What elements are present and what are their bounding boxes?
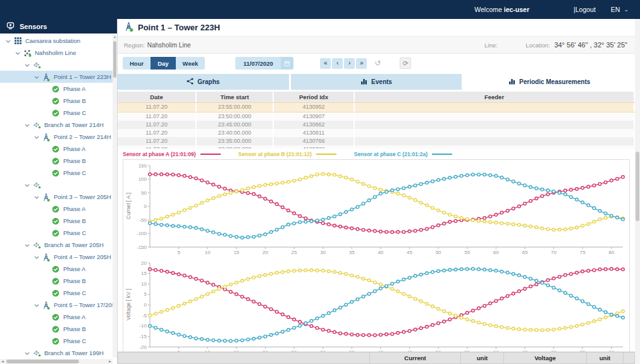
refresh-icon[interactable]: ⟳ <box>400 58 411 69</box>
scrollbar-thumb[interactable] <box>636 152 639 221</box>
chevron-down-icon[interactable] <box>23 241 32 248</box>
logout-button[interactable]: |Logout <box>574 6 596 13</box>
first-page-icon[interactable]: « <box>320 58 331 69</box>
tree-item[interactable]: Point 1 – Tower 223H <box>0 71 113 83</box>
tab-events[interactable]: Events <box>291 74 462 90</box>
chevron-down-icon[interactable] <box>32 253 41 260</box>
table-row[interactable]: 11.07.2023:45:00.0004130862 <box>118 121 635 129</box>
tree-item[interactable]: Phase A <box>0 203 113 215</box>
language-selector[interactable]: EN ⌄ <box>611 6 629 13</box>
sidebar-horizontal-scrollbar[interactable]: ◄► <box>0 359 113 364</box>
chevron-down-icon[interactable] <box>32 301 41 308</box>
scroll-left-icon[interactable]: ◄ <box>1 360 4 363</box>
tree-item[interactable]: Phase C <box>0 107 113 119</box>
table-row[interactable]: 11.07.2023:55:00.0004130952 <box>118 102 635 112</box>
chevron-down-icon[interactable] <box>4 37 13 44</box>
bar-chart-icon <box>360 78 367 86</box>
table-row[interactable]: 11.07.2023:50:00.0004130907 <box>118 112 635 121</box>
prev-page-icon[interactable]: ‹ <box>332 58 343 69</box>
scrollbar-thumb[interactable] <box>113 41 116 78</box>
svg-text:75: 75 <box>580 250 586 255</box>
table-row[interactable]: 11.07.2023:35:00.0004130766 <box>118 137 635 145</box>
table-cell: 23:30:00.000 <box>197 145 274 149</box>
tree-item-label: Phase A <box>63 265 85 272</box>
chevron-down-icon[interactable] <box>23 181 32 188</box>
tree-item[interactable]: Point 4 – Tower 205H (towards 1/205) <box>0 251 113 263</box>
substation-grid-icon <box>13 37 23 44</box>
location-value: 34° 56' 46" , 32° 35' 25" <box>554 41 627 49</box>
column-header-date[interactable]: Date <box>118 92 197 102</box>
tree-item[interactable]: Phase C <box>0 287 113 299</box>
tree-item[interactable]: Nahsholim Line <box>0 47 113 59</box>
svg-text:35: 35 <box>349 250 355 255</box>
tree-item[interactable]: Phase C <box>0 227 113 239</box>
sidebar-vertical-scrollbar[interactable]: ▲ <box>113 35 117 358</box>
page-title-row: Point 1 – Tower 223H <box>118 19 635 36</box>
column-header-feeder[interactable]: Feeder <box>355 92 635 102</box>
tree-item[interactable]: Caesarea substation <box>0 35 113 47</box>
phase-ok-icon <box>51 145 61 153</box>
tree-item[interactable]: Phase C <box>0 167 113 179</box>
chevron-down-icon[interactable] <box>23 349 32 356</box>
chevron-down-icon: ⌄ <box>624 6 629 13</box>
tree-item[interactable] <box>0 179 113 191</box>
main-vertical-scrollbar[interactable] <box>635 19 640 364</box>
tree-item[interactable]: Phase A <box>0 143 113 155</box>
legend-item[interactable]: Sensor at phase C (21:01:2a) <box>354 151 452 157</box>
range-button-hour[interactable]: Hour <box>123 57 151 70</box>
legend-item[interactable]: Sensor at phase A (21:01:09) <box>123 151 221 157</box>
tree-item[interactable]: Branch at Tower 199H <box>0 347 113 359</box>
range-button-week[interactable]: Week <box>176 57 206 70</box>
table-cell: 11.07.20 <box>118 121 197 129</box>
chevron-down-icon[interactable] <box>13 49 22 56</box>
svg-text:30: 30 <box>320 250 326 255</box>
column-header-period-idx[interactable]: Period Idx <box>274 92 355 102</box>
chevron-down-icon[interactable] <box>32 73 41 80</box>
svg-text:5: 5 <box>144 291 147 297</box>
location: Location: 34° 56' 46" , 32° 35' 25" <box>526 41 627 49</box>
tree-item[interactable]: Phase A <box>0 83 113 95</box>
svg-text:40: 40 <box>378 250 383 255</box>
column-header-time-start[interactable]: Time start <box>197 92 274 102</box>
tree-item[interactable]: Point 5 – Tower 17/205H <box>0 299 113 311</box>
tree-item[interactable]: Phase B <box>0 95 113 107</box>
tree-item[interactable]: Phase B <box>0 155 113 167</box>
table-row[interactable]: 11.07.2023:30:00.0004130722 <box>118 145 635 149</box>
chevron-down-icon[interactable] <box>32 193 41 200</box>
svg-text:0: 0 <box>144 203 147 209</box>
scroll-right-icon[interactable]: ► <box>108 360 112 363</box>
tree-item[interactable]: Phase B <box>0 215 113 227</box>
scroll-up-icon[interactable]: ▲ <box>113 35 117 39</box>
chevron-down-icon[interactable] <box>23 61 32 68</box>
branch-icon <box>32 181 42 189</box>
tree-item[interactable]: Phase A <box>0 311 113 323</box>
date-value-button[interactable]: 11/07/2020 <box>235 57 281 70</box>
tree-item[interactable]: Phase B <box>0 323 113 335</box>
measurements-table: DateTime startPeriod IdxFeeder11.07.2023… <box>118 92 635 149</box>
tree-item[interactable]: Branch at Tower 205H <box>0 239 113 251</box>
undo-icon[interactable]: ↺ <box>371 58 385 68</box>
tree-item[interactable]: Phase A <box>0 263 113 275</box>
tree-item[interactable]: Point 2 – Tower 214H <box>0 131 113 143</box>
next-page-icon[interactable]: › <box>344 58 355 69</box>
svg-text:-5: -5 <box>142 313 147 318</box>
table-row[interactable]: 11.07.2023:40:00.0004130811 <box>118 129 635 137</box>
legend-item[interactable]: Sensor at phase B (21:01:12) <box>238 151 336 157</box>
tree-item[interactable]: Phase C <box>0 335 113 347</box>
scrollbar-thumb[interactable] <box>6 360 79 363</box>
tab-periodic-measurements[interactable]: Periodic Measurements <box>464 74 635 90</box>
range-button-day[interactable]: Day <box>151 57 175 70</box>
bottom-header-unit: unit <box>461 352 504 364</box>
date-picker: 11/07/2020 <box>235 57 293 70</box>
tree-item[interactable] <box>0 59 113 71</box>
phase-ok-icon <box>51 109 61 117</box>
tab-graphs[interactable]: Graphs <box>118 74 289 90</box>
tree-item[interactable]: Point 3 – Tower 205H (towards 206H) <box>0 191 113 203</box>
last-page-icon[interactable]: » <box>356 58 367 69</box>
chevron-down-icon[interactable] <box>23 121 32 128</box>
tree-item[interactable]: Phase B <box>0 275 113 287</box>
tree-item[interactable]: Branch at Tower 214H <box>0 119 113 131</box>
chevron-down-icon[interactable] <box>32 133 41 140</box>
calendar-icon[interactable] <box>281 57 293 70</box>
line-label: Line: <box>484 42 498 49</box>
